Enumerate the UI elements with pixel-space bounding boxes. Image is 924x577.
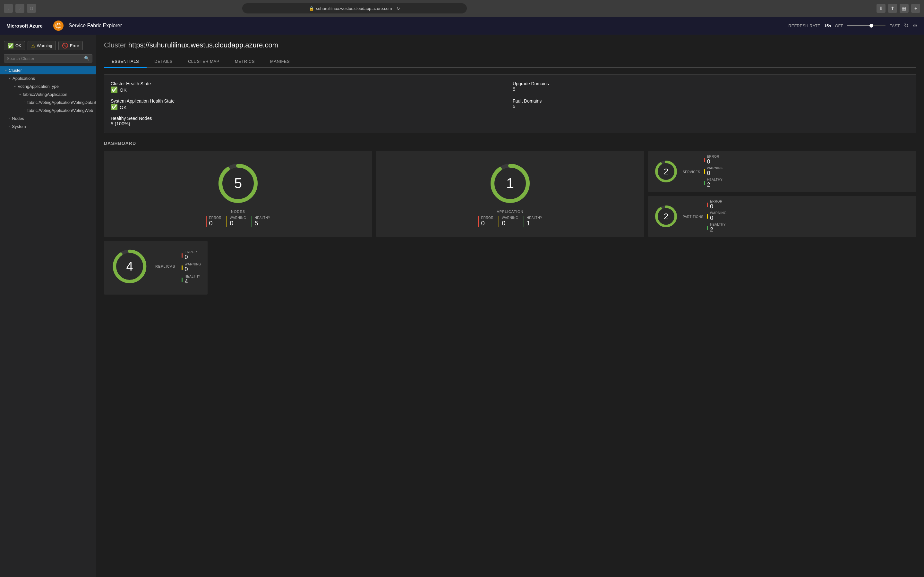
tab-essentials[interactable]: ESSENTIALS	[104, 56, 147, 68]
forward-button[interactable]: ›	[15, 4, 24, 13]
nodes-donut-center: 5	[234, 176, 242, 190]
partitions-card: 2 PARTITIONS ERROR 0	[648, 196, 916, 237]
services-number: 2	[664, 167, 668, 176]
warning-icon: ⚠	[31, 43, 35, 48]
replicas-warning-label: WARNING	[184, 263, 201, 266]
system-app-health-item: System Application Health State ✅ OK	[111, 98, 507, 111]
applications-warning-label: WARNING	[502, 216, 518, 219]
partitions-healthy-label: HEALTHY	[710, 223, 726, 226]
download-button[interactable]: ⬇	[877, 4, 885, 13]
sidebar-item-applications[interactable]: ▾ Applications	[0, 74, 96, 82]
refresh-off: OFF	[835, 23, 843, 28]
share-button[interactable]: ⬆	[888, 4, 897, 13]
services-healthy-bar	[704, 181, 705, 185]
azure-brand: Microsoft Azure	[6, 23, 48, 29]
sidebar-item-votingapp[interactable]: ▾ fabric:/VotingApplication	[0, 90, 96, 98]
page-title-url[interactable]: https://suhurulilinux.westus.cloudapp.az…	[128, 41, 278, 49]
sidebar-item-label: Applications	[13, 76, 92, 81]
nodes-warning-label: WARNING	[230, 216, 246, 219]
replicas-label-block: REPLICAS	[155, 263, 175, 272]
app-icon	[53, 21, 63, 31]
new-tab-button[interactable]: +	[911, 4, 920, 13]
partitions-warning-block: WARNING 0	[710, 211, 726, 221]
cluster-health-item: Cluster Health State ✅ OK	[111, 81, 507, 93]
lock-icon: 🔒	[309, 6, 314, 11]
nodes-error-label: ERROR	[209, 216, 222, 219]
sidebar-item-votingdataserv[interactable]: › fabric:/VotingApplication/VotingDataSe…	[0, 98, 96, 106]
settings-icon[interactable]: ⚙	[913, 22, 918, 29]
nodes-warning-value: 0	[230, 219, 233, 227]
reload-icon[interactable]: ↻	[397, 6, 400, 11]
services-label: SERVICES	[683, 170, 700, 174]
applications-healthy-label: HEALTHY	[527, 216, 543, 219]
replicas-warning-bar	[182, 266, 183, 270]
chevron-down-icon: ▾	[9, 77, 11, 80]
tabs-button[interactable]: ▦	[900, 4, 909, 13]
replicas-stats: ERROR 0 WARNING 0	[182, 250, 201, 285]
error-status-button[interactable]: 🚫 Error	[58, 41, 83, 50]
partitions-error-block: ERROR 0	[710, 200, 722, 210]
sidebar-item-label: fabric:/VotingApplication/VotingDataServ…	[27, 100, 96, 105]
address-bar[interactable]: 🔒 suhurulilinux.westus.cloudapp.azure.co…	[242, 3, 467, 13]
services-card: 2 SERVICES ERROR 0	[648, 151, 916, 192]
tab-metrics[interactable]: METRICS	[227, 56, 262, 68]
replicas-number: 4	[126, 260, 133, 272]
refresh-icon[interactable]: ↻	[904, 22, 909, 29]
applications-card: 1 APPLICATION ERROR 0 WARNING 0	[376, 151, 644, 237]
partitions-warning-stat: WARNING 0	[707, 211, 726, 221]
nodes-healthy-stat: HEALTHY 5	[252, 216, 270, 227]
healthy-seed-nodes-label: Healthy Seed Nodes	[111, 116, 152, 121]
search-input[interactable]	[7, 56, 82, 61]
sidebar-item-votingweb[interactable]: › fabric:/VotingApplication/VotingWeb	[0, 106, 96, 114]
sidebar-item-nodes[interactable]: › Nodes	[0, 114, 96, 122]
fault-domains-text: 5	[513, 103, 515, 109]
replicas-label: REPLICAS	[155, 264, 175, 268]
top-bar-right: REFRESH RATE 15s OFF FAST ↻ ⚙	[788, 22, 918, 29]
services-label-block: SERVICES	[683, 169, 700, 174]
nodes-warning-stat: WARNING 0	[226, 216, 246, 227]
services-error-value: 0	[707, 158, 719, 165]
services-warning-block: WARNING 0	[707, 166, 723, 177]
back-button[interactable]: ‹	[4, 4, 13, 13]
partitions-error-bar	[707, 203, 708, 207]
main-area: ✅ OK ⚠ Warning 🚫 Error 🔍 ▾	[0, 35, 924, 577]
dashboard-top-row: 5 NODES ERROR 0 WARNING 0	[104, 151, 916, 237]
error-label: Error	[70, 43, 79, 48]
nodes-error-value: 0	[209, 219, 213, 227]
window-button[interactable]: □	[27, 4, 36, 13]
tab-details[interactable]: DETAILS	[147, 56, 180, 68]
applications-error-value: 0	[481, 219, 485, 227]
chevron-down-icon: ▾	[19, 93, 21, 96]
nodes-donut: 5	[216, 161, 260, 206]
fault-domains-item: Fault Domains 5	[513, 98, 909, 111]
services-error-label: ERROR	[707, 155, 719, 158]
cluster-health-label: Cluster Health State	[111, 81, 151, 86]
refresh-slider[interactable]	[847, 25, 885, 26]
replicas-warning-stat: WARNING 0	[182, 263, 201, 273]
sidebar-item-cluster[interactable]: ▾ Cluster	[0, 66, 96, 74]
services-warning-stat: WARNING 0	[704, 166, 723, 177]
warning-status-button[interactable]: ⚠ Warning	[27, 41, 56, 50]
partitions-error-label: ERROR	[710, 200, 722, 203]
applications-warning-stat: WARNING 0	[499, 216, 518, 227]
tab-manifest[interactable]: MANIFEST	[262, 56, 300, 68]
refresh-value: 15s	[824, 23, 831, 28]
tabs: ESSENTIALS DETAILS CLUSTER MAP METRICS M…	[104, 56, 916, 68]
services-healthy-stat: HEALTHY 2	[704, 178, 723, 188]
partitions-healthy-value: 2	[710, 226, 726, 233]
top-bar: Microsoft Azure Service Fabric Explorer …	[0, 17, 924, 35]
sidebar-item-system[interactable]: › System	[0, 122, 96, 131]
applications-stats: ERROR 0 WARNING 0 HEALTHY 1	[478, 216, 543, 227]
ok-status-button[interactable]: ✅ OK	[4, 41, 25, 50]
sidebar-item-votingapptype[interactable]: ▾ VotingApplicationType	[0, 82, 96, 90]
healthy-seed-nodes-text: 5 (100%)	[111, 121, 130, 126]
page-title: Cluster https://suhurulilinux.westus.clo…	[104, 41, 916, 49]
applications-donut: 1	[488, 161, 533, 206]
services-error-bar	[704, 158, 705, 162]
refresh-fast: FAST	[889, 23, 900, 28]
sidebar-item-label: Nodes	[12, 116, 92, 121]
svg-marker-1	[57, 24, 60, 27]
tab-clustermap[interactable]: CLUSTER MAP	[180, 56, 227, 68]
partitions-label-block: PARTITIONS	[683, 214, 703, 219]
cluster-health-text: OK	[120, 87, 127, 93]
